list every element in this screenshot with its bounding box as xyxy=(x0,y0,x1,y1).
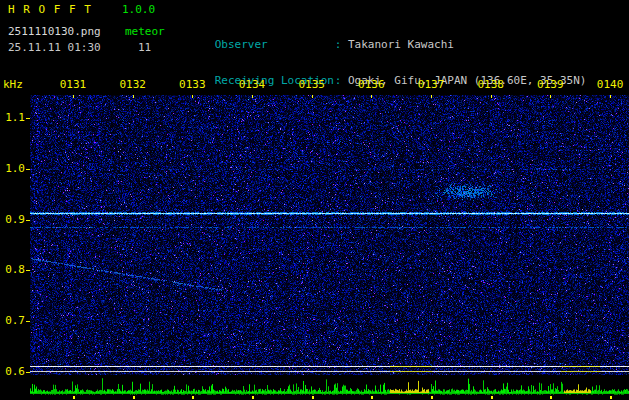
mode-label: meteor xyxy=(125,26,165,38)
time-label-0135: 0135 xyxy=(298,79,325,91)
time-label-0133: 0133 xyxy=(179,79,206,91)
time-label-0134: 0134 xyxy=(239,79,266,91)
signal-level-graph xyxy=(30,375,629,400)
freq-unit-label: kHz xyxy=(3,79,23,91)
info-value-observer: Takanori Kawachi xyxy=(348,38,454,51)
freq-label-1.0: 1.0 xyxy=(0,163,25,175)
info-label-observer: Observer xyxy=(215,39,335,51)
hrofft-window: H R O F F T 1.0.0 2511110130.png meteor … xyxy=(0,0,629,400)
app-version: 1.0.0 xyxy=(122,4,155,16)
freq-label-0.6: 0.6 xyxy=(0,366,25,378)
meteor-count: 11 xyxy=(138,42,151,54)
freq-label-0.8: 0.8 xyxy=(0,264,25,276)
time-label-0136: 0136 xyxy=(358,79,385,91)
time-label-0131: 0131 xyxy=(60,79,87,91)
datetime-label: 25.11.11 01:30 xyxy=(8,42,101,54)
filename: 2511110130.png xyxy=(8,26,101,38)
freq-label-0.7: 0.7 xyxy=(0,315,25,327)
spectrogram-canvas xyxy=(30,95,629,375)
time-label-0132: 0132 xyxy=(119,79,146,91)
time-label-0140: 0140 xyxy=(597,79,624,91)
info-row-observer: Observer: Takanori Kawachi xyxy=(175,27,586,39)
time-label-0139: 0139 xyxy=(537,79,564,91)
freq-label-0.9: 0.9 xyxy=(0,214,25,226)
time-label-0137: 0137 xyxy=(418,79,445,91)
app-title: H R O F F T xyxy=(8,4,92,16)
time-label-0138: 0138 xyxy=(477,79,504,91)
info-row-location: Receiving Location: Ogaki, Gifu, JAPAN (… xyxy=(175,63,586,75)
freq-label-1.1: 1.1 xyxy=(0,112,25,124)
info-separator: : xyxy=(335,38,348,51)
info-separator: : xyxy=(335,74,348,87)
